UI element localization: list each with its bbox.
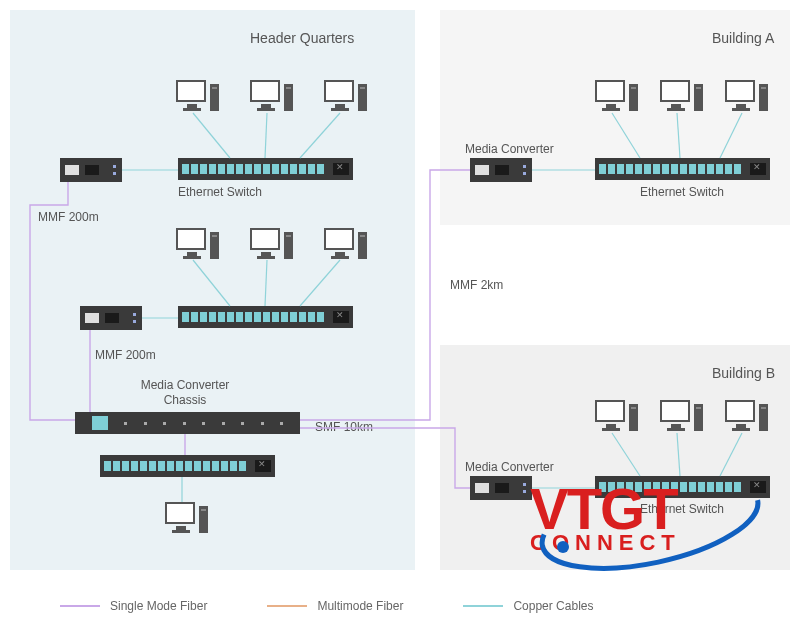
- label-chassis-l2: Chassis: [120, 393, 250, 407]
- legend-swatch-copper: [463, 605, 503, 607]
- legend-label-smf: Single Mode Fiber: [110, 599, 207, 613]
- zone-title-b: Building B: [712, 365, 775, 381]
- label-smf-10km: SMF 10km: [315, 420, 373, 434]
- legend-item-copper: Copper Cables: [463, 599, 593, 613]
- media-converter-icon: [470, 158, 532, 182]
- ethernet-switch-icon: [178, 158, 353, 180]
- legend-swatch-mmf: [267, 605, 307, 607]
- media-converter-icon: [60, 158, 122, 182]
- ethernet-switch-icon: [595, 158, 770, 180]
- pc-icon: [660, 80, 702, 122]
- pc-icon: [176, 228, 218, 270]
- label-mmf-2km: MMF 2km: [450, 278, 503, 292]
- legend-label-mmf: Multimode Fiber: [317, 599, 403, 613]
- pc-icon: [250, 80, 292, 122]
- media-converter-icon: [470, 476, 532, 500]
- zone-title-hq: Header Quarters: [250, 30, 354, 46]
- label-mmf-200m-2: MMF 200m: [95, 348, 156, 362]
- pc-icon: [250, 228, 292, 270]
- pc-icon: [595, 400, 637, 442]
- label-chassis-l1: Media Converter: [120, 378, 250, 392]
- media-converter-icon: [80, 306, 142, 330]
- ethernet-switch-icon: [178, 306, 353, 328]
- pc-icon: [324, 80, 366, 122]
- legend-swatch-smf: [60, 605, 100, 607]
- ethernet-switch-icon: [595, 476, 770, 498]
- pc-icon: [165, 502, 207, 544]
- label-ethernet-switch: Ethernet Switch: [178, 185, 262, 199]
- legend-item-smf: Single Mode Fiber: [60, 599, 207, 613]
- pc-icon: [725, 80, 767, 122]
- legend-item-mmf: Multimode Fiber: [267, 599, 403, 613]
- pc-icon: [660, 400, 702, 442]
- pc-icon: [324, 228, 366, 270]
- ethernet-switch-icon: [100, 455, 275, 477]
- label-ethernet-switch-a: Ethernet Switch: [640, 185, 724, 199]
- label-mmf-200m: MMF 200m: [38, 210, 99, 224]
- pc-icon: [176, 80, 218, 122]
- pc-icon: [725, 400, 767, 442]
- label-media-converter-b: Media Converter: [465, 460, 554, 474]
- label-ethernet-switch-b: Ethernet Switch: [640, 502, 724, 516]
- label-media-converter-a: Media Converter: [465, 142, 554, 156]
- media-converter-chassis-icon: [75, 412, 300, 434]
- legend-label-copper: Copper Cables: [513, 599, 593, 613]
- zone-title-a: Building A: [712, 30, 774, 46]
- pc-icon: [595, 80, 637, 122]
- legend: Single Mode Fiber Multimode Fiber Copper…: [60, 599, 593, 613]
